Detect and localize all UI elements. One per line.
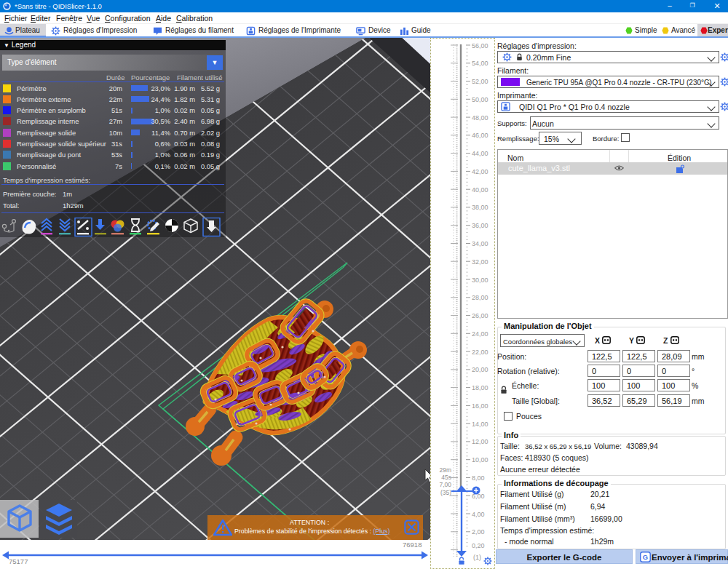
- svg-text:45s: 45s: [441, 474, 451, 481]
- svg-text:50,00: 50,00: [472, 96, 488, 103]
- svg-text:26,00: 26,00: [472, 312, 488, 319]
- svg-text:4,00: 4,00: [472, 511, 485, 518]
- svg-text:56,00: 56,00: [472, 42, 488, 49]
- svg-text:48,00: 48,00: [472, 114, 488, 122]
- svg-text:18,00: 18,00: [472, 384, 488, 391]
- svg-text:10,00: 10,00: [472, 456, 488, 463]
- svg-text:42,00: 42,00: [472, 168, 488, 175]
- svg-text:28,00: 28,00: [472, 294, 488, 301]
- svg-text:36,00: 36,00: [472, 222, 488, 229]
- svg-text:29m: 29m: [439, 466, 451, 474]
- svg-text:34,00: 34,00: [472, 240, 488, 247]
- svg-text:7,00: 7,00: [439, 481, 451, 488]
- svg-text:54,00: 54,00: [472, 60, 488, 67]
- svg-text:12,00: 12,00: [472, 438, 488, 445]
- svg-text:46,00: 46,00: [472, 132, 488, 139]
- svg-text:32,00: 32,00: [472, 258, 488, 266]
- svg-text:38,00: 38,00: [472, 204, 488, 211]
- svg-text:22,00: 22,00: [472, 349, 488, 356]
- svg-text:30,00: 30,00: [472, 276, 488, 284]
- svg-text:(35): (35): [440, 489, 451, 496]
- svg-text:0,20: 0,20: [472, 542, 485, 549]
- svg-text:G: G: [643, 554, 648, 561]
- svg-text:16,00: 16,00: [472, 402, 488, 410]
- svg-text:52,00: 52,00: [472, 78, 488, 85]
- svg-text:14,00: 14,00: [472, 421, 488, 428]
- svg-text:(1): (1): [473, 554, 481, 561]
- svg-text:20,00: 20,00: [472, 366, 488, 373]
- svg-text:24,00: 24,00: [472, 330, 488, 338]
- svg-text:44,00: 44,00: [472, 150, 488, 157]
- svg-text:40,00: 40,00: [472, 186, 488, 194]
- svg-text:8,00: 8,00: [472, 474, 485, 482]
- svg-text:2,00: 2,00: [472, 528, 485, 536]
